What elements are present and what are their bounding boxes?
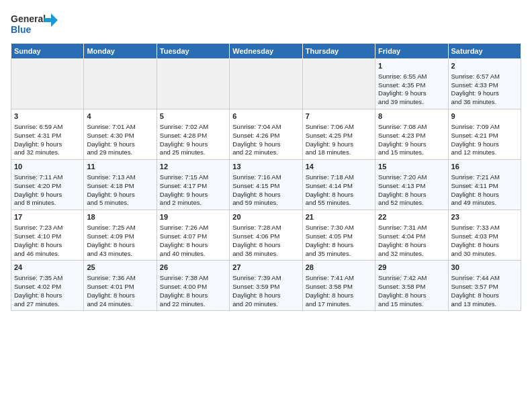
day-info: and 32 minutes.	[378, 250, 445, 259]
day-number: 6	[232, 111, 299, 122]
col-header-wednesday: Wednesday	[230, 44, 302, 59]
day-info: Sunset: 4:31 PM	[14, 132, 81, 140]
week-row-3: 10Sunrise: 7:11 AMSunset: 4:20 PMDayligh…	[11, 160, 521, 210]
day-cell: 5Sunrise: 7:02 AMSunset: 4:28 PMDaylight…	[157, 109, 229, 160]
day-number: 19	[160, 212, 226, 222]
week-row-1: 1Sunrise: 6:55 AMSunset: 4:35 PMDaylight…	[11, 59, 521, 109]
day-number: 18	[87, 212, 153, 222]
day-info: Daylight: 8 hours	[14, 291, 81, 300]
day-info: Sunrise: 7:36 AM	[87, 274, 153, 283]
day-info: Sunrise: 7:26 AM	[160, 224, 226, 232]
col-header-monday: Monday	[84, 44, 157, 59]
day-info: and 22 minutes.	[160, 300, 226, 309]
day-cell: 29Sunrise: 7:42 AMSunset: 3:58 PMDayligh…	[375, 261, 448, 311]
day-info: Sunset: 4:07 PM	[160, 232, 226, 241]
day-cell: 26Sunrise: 7:38 AMSunset: 4:00 PMDayligh…	[157, 261, 229, 311]
day-info: Sunset: 4:10 PM	[14, 232, 81, 241]
day-info: Sunset: 4:11 PM	[451, 182, 518, 191]
day-info: Sunrise: 7:31 AM	[378, 224, 445, 232]
day-info: Sunset: 4:05 PM	[306, 232, 372, 241]
day-info: and 8 minutes.	[14, 199, 81, 208]
day-info: Daylight: 8 hours	[378, 291, 445, 300]
svg-text:Blue: Blue	[11, 24, 32, 35]
day-info: and 2 minutes.	[160, 199, 226, 208]
day-cell: 17Sunrise: 7:23 AMSunset: 4:10 PMDayligh…	[11, 210, 84, 261]
day-info: Sunrise: 7:33 AM	[451, 224, 518, 232]
day-cell: 12Sunrise: 7:15 AMSunset: 4:17 PMDayligh…	[157, 160, 229, 210]
day-info: Daylight: 8 hours	[160, 291, 226, 300]
day-info: and 12 minutes.	[451, 148, 518, 157]
day-info: and 38 minutes.	[232, 250, 299, 259]
day-info: and 30 minutes.	[451, 250, 518, 259]
day-number: 11	[87, 162, 153, 172]
col-header-sunday: Sunday	[11, 44, 84, 59]
day-cell: 2Sunrise: 6:57 AMSunset: 4:33 PMDaylight…	[448, 59, 521, 109]
day-info: and 59 minutes.	[232, 199, 299, 208]
day-info: Sunset: 4:23 PM	[378, 132, 445, 140]
day-info: and 32 minutes.	[14, 148, 81, 157]
day-cell	[302, 59, 375, 109]
day-info: Daylight: 9 hours	[14, 140, 81, 149]
day-cell: 7Sunrise: 7:06 AMSunset: 4:25 PMDaylight…	[302, 109, 375, 160]
day-info: Sunset: 3:57 PM	[451, 283, 518, 291]
day-cell: 4Sunrise: 7:01 AMSunset: 4:30 PMDaylight…	[84, 109, 157, 160]
day-info: Sunset: 4:30 PM	[87, 132, 153, 140]
day-info: Sunrise: 7:09 AM	[451, 123, 518, 132]
day-info: Daylight: 8 hours	[160, 241, 226, 250]
week-row-4: 17Sunrise: 7:23 AMSunset: 4:10 PMDayligh…	[11, 210, 521, 261]
day-info: Daylight: 8 hours	[306, 191, 372, 199]
day-info: Sunrise: 7:25 AM	[87, 224, 153, 232]
day-cell: 3Sunrise: 6:59 AMSunset: 4:31 PMDaylight…	[11, 109, 84, 160]
day-info: and 5 minutes.	[87, 199, 153, 208]
day-info: and 43 minutes.	[87, 250, 153, 259]
day-info: and 18 minutes.	[306, 148, 372, 157]
day-cell: 24Sunrise: 7:35 AMSunset: 4:02 PMDayligh…	[11, 261, 84, 311]
day-info: Sunrise: 7:18 AM	[306, 173, 372, 182]
logo-svg: General Blue	[11, 11, 58, 39]
day-info: Sunset: 4:25 PM	[306, 132, 372, 140]
day-info: Sunrise: 7:11 AM	[14, 173, 81, 182]
day-info: Sunset: 3:58 PM	[378, 283, 445, 291]
day-info: Sunrise: 7:13 AM	[87, 173, 153, 182]
day-cell: 1Sunrise: 6:55 AMSunset: 4:35 PMDaylight…	[375, 59, 448, 109]
day-info: Sunset: 4:06 PM	[232, 232, 299, 241]
day-cell: 14Sunrise: 7:18 AMSunset: 4:14 PMDayligh…	[302, 160, 375, 210]
day-info: Sunset: 4:04 PM	[378, 232, 445, 241]
day-info: Daylight: 8 hours	[87, 291, 153, 300]
day-number: 30	[451, 263, 518, 273]
day-info: Daylight: 8 hours	[306, 241, 372, 250]
day-info: Sunset: 4:35 PM	[378, 81, 445, 90]
day-info: Sunrise: 7:20 AM	[378, 173, 445, 182]
day-cell: 20Sunrise: 7:28 AMSunset: 4:06 PMDayligh…	[230, 210, 302, 261]
day-info: Sunset: 4:13 PM	[378, 182, 445, 191]
day-info: and 15 minutes.	[378, 300, 445, 309]
day-info: Sunset: 3:59 PM	[232, 283, 299, 291]
day-info: Sunrise: 7:06 AM	[306, 123, 372, 132]
day-cell	[11, 59, 84, 109]
day-number: 13	[232, 162, 299, 172]
day-info: Sunset: 4:15 PM	[232, 182, 299, 191]
day-info: Sunrise: 7:21 AM	[451, 173, 518, 182]
day-info: and 22 minutes.	[232, 148, 299, 157]
day-cell: 21Sunrise: 7:30 AMSunset: 4:05 PMDayligh…	[302, 210, 375, 261]
week-row-2: 3Sunrise: 6:59 AMSunset: 4:31 PMDaylight…	[11, 109, 521, 160]
day-info: Sunrise: 7:23 AM	[14, 224, 81, 232]
day-info: Sunrise: 7:41 AM	[306, 274, 372, 283]
day-info: Daylight: 8 hours	[232, 191, 299, 199]
col-header-saturday: Saturday	[448, 44, 521, 59]
day-info: Daylight: 9 hours	[306, 140, 372, 149]
day-info: and 24 minutes.	[87, 300, 153, 309]
day-info: Sunset: 4:33 PM	[451, 81, 518, 90]
day-info: Daylight: 8 hours	[306, 291, 372, 300]
day-info: Daylight: 8 hours	[451, 191, 518, 199]
day-cell: 18Sunrise: 7:25 AMSunset: 4:09 PMDayligh…	[84, 210, 157, 261]
day-info: Sunrise: 6:59 AM	[14, 123, 81, 132]
day-info: Sunset: 3:58 PM	[306, 283, 372, 291]
col-header-friday: Friday	[375, 44, 448, 59]
day-cell: 25Sunrise: 7:36 AMSunset: 4:01 PMDayligh…	[84, 261, 157, 311]
day-info: Daylight: 9 hours	[451, 140, 518, 149]
day-info: Sunset: 4:03 PM	[451, 232, 518, 241]
day-info: and 40 minutes.	[160, 250, 226, 259]
day-info: Daylight: 8 hours	[87, 241, 153, 250]
day-number: 3	[14, 111, 81, 122]
